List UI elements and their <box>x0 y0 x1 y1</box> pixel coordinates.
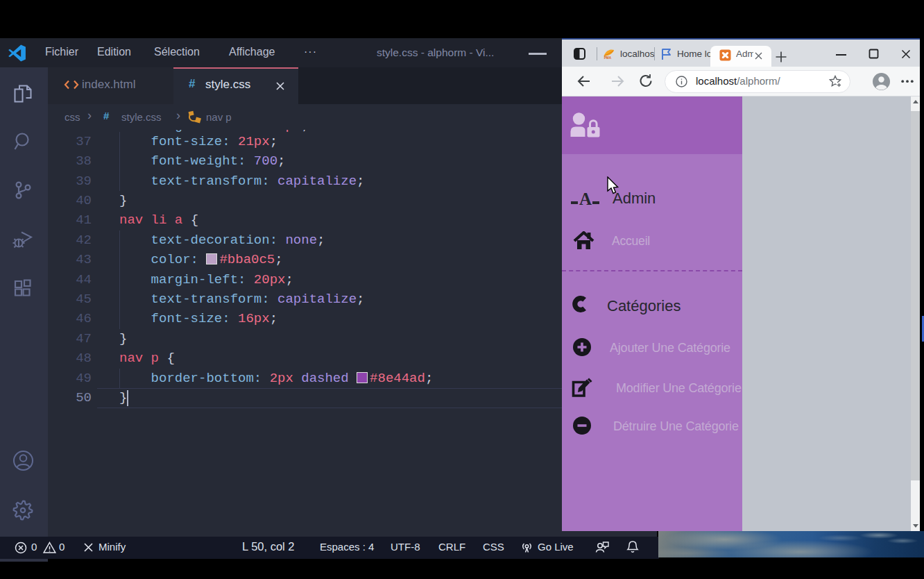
svg-text:PMA: PMA <box>604 56 612 60</box>
